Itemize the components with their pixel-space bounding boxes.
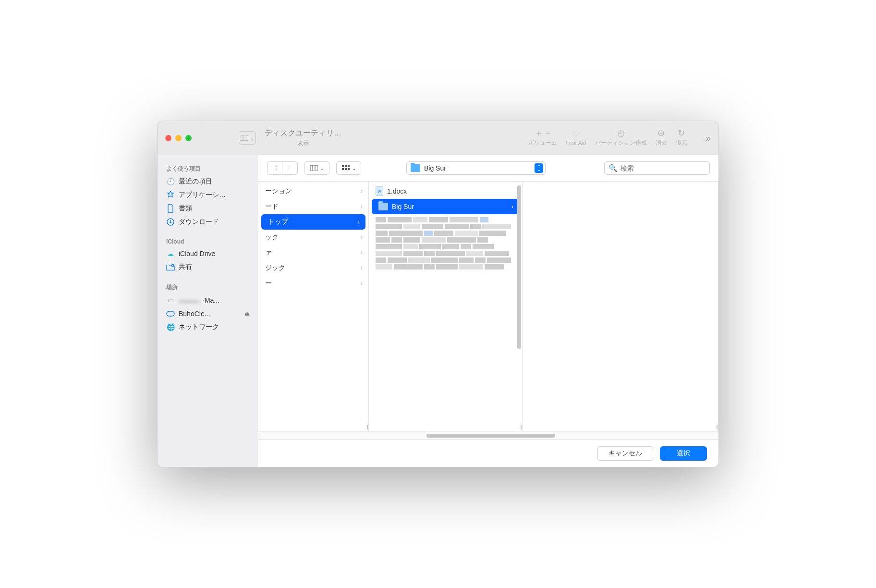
columns-icon [310, 165, 318, 171]
toolbar-volume[interactable]: ＋ −ボリューム [528, 129, 557, 147]
column-resize-handle[interactable]: || [520, 424, 521, 429]
chevron-right-icon: › [361, 265, 363, 271]
svg-rect-10 [348, 165, 350, 167]
sidebar-toggle-button[interactable]: ⌄ [239, 131, 256, 145]
sidebar-item-applications[interactable]: アプリケーシ… [160, 188, 256, 202]
chevron-right-icon: › [361, 188, 363, 195]
nav-back-button[interactable]: 〈 [267, 161, 282, 175]
sidebar-item-recents[interactable]: 🕘最近の項目 [160, 175, 256, 188]
chevron-right-icon: › [361, 234, 363, 241]
svg-rect-11 [342, 168, 344, 170]
dialog-toolbar: 〈 〉 ⌄ ⌄ Big Sur ⌃⌄ 🔍 [258, 155, 718, 181]
sidebar-header-locations: 場所 [160, 281, 256, 294]
toolbar-overflow[interactable]: » [706, 133, 711, 144]
toolbar-erase[interactable]: ⊝消去 [656, 129, 667, 147]
list-item[interactable]: ー› [258, 276, 368, 291]
grid-icon [342, 165, 350, 171]
column-resize-handle[interactable]: || [716, 424, 717, 429]
docx-icon: w [376, 186, 383, 196]
toolbar-first-aid[interactable]: ♡First Aid [566, 130, 586, 147]
view-mode-button[interactable]: ⌄ [304, 161, 329, 175]
list-item-selected[interactable]: Big Sur› [372, 199, 519, 214]
sidebar-header-favorites: よく使う項目 [160, 162, 256, 175]
search-input[interactable] [620, 164, 706, 172]
computer-icon: ▭ [166, 296, 175, 305]
svg-rect-5 [310, 165, 318, 171]
disk-icon [166, 309, 175, 318]
chevron-down-icon: ⌄ [352, 166, 356, 171]
clock-icon: 🕘 [166, 177, 175, 186]
location-popup[interactable]: Big Sur ⌃⌄ [406, 161, 546, 175]
apps-icon [166, 191, 175, 199]
svg-point-3 [171, 264, 174, 267]
list-item[interactable]: ァ› [258, 245, 368, 260]
svg-rect-4 [167, 311, 174, 316]
open-panel: よく使う項目 🕘最近の項目 アプリケーシ… 書類 ダウンロード iCloud ☁… [157, 155, 719, 467]
close-window-button[interactable] [165, 135, 171, 141]
horizontal-scrollbar-thumb[interactable] [426, 434, 555, 438]
choose-button[interactable]: 選択 [660, 446, 707, 461]
group-by-button[interactable]: ⌄ [336, 161, 361, 175]
svg-rect-13 [348, 168, 350, 170]
sidebar-header-icloud: iCloud [160, 235, 256, 247]
sidebar-item-shared[interactable]: 共有 [160, 260, 256, 274]
popup-stepper-icon: ⌃⌄ [535, 163, 543, 173]
chevron-right-icon: › [361, 280, 363, 287]
minimize-window-button[interactable] [175, 135, 182, 141]
folder-icon [411, 164, 420, 172]
sidebar-item-icloud-drive[interactable]: ☁︎iCloud Drive [160, 247, 256, 260]
window-controls [165, 135, 192, 141]
cancel-button[interactable]: キャンセル [597, 446, 653, 461]
horizontal-scrollbar-track[interactable] [258, 431, 718, 439]
list-item[interactable]: ジック› [258, 260, 368, 276]
cloud-icon: ☁︎ [166, 249, 175, 258]
sidebar-icon [241, 135, 248, 141]
sidebar-item-documents[interactable]: 書類 [160, 202, 256, 215]
svg-rect-0 [241, 135, 248, 141]
column-resize-handle[interactable]: || [366, 424, 367, 429]
list-item-file[interactable]: w1.docx [369, 184, 522, 199]
zoom-window-button[interactable] [185, 135, 192, 141]
download-icon [166, 218, 175, 226]
sidebar-item-disk-image[interactable]: BuhoCle...⏏ [160, 307, 256, 320]
sidebar-item-network[interactable]: 🌐ネットワーク [160, 320, 256, 334]
sidebar: よく使う項目 🕘最近の項目 アプリケーシ… 書類 ダウンロード iCloud ☁… [158, 155, 258, 467]
search-icon: 🔍 [608, 164, 618, 172]
folder-icon [378, 203, 388, 210]
chevron-right-icon: › [361, 249, 363, 256]
eject-icon[interactable]: ⏏ [244, 310, 250, 317]
chevron-left-icon: 〈 [271, 164, 278, 172]
list-item[interactable]: ーション› [258, 184, 368, 199]
svg-rect-9 [345, 165, 347, 167]
shared-folder-icon [166, 263, 175, 271]
globe-icon: 🌐 [166, 323, 175, 331]
list-item[interactable]: ード› [258, 199, 368, 214]
chevron-right-icon: › [361, 203, 363, 210]
app-title-wrap: ディスクユーティリ… 表示 [265, 128, 341, 147]
document-icon [166, 204, 175, 213]
column-scrollbar[interactable] [517, 185, 521, 349]
toolbar-partition[interactable]: ◴パーティション作成 [595, 129, 647, 147]
column-1[interactable]: ーション› ード› トップ› ック› ァ› ジック› ー› || [258, 182, 369, 431]
column-3[interactable]: || [523, 182, 718, 431]
parent-window-titlebar: ⌄ ディスクユーティリ… 表示 ＋ −ボリューム ♡First Aid ◴パーテ… [157, 121, 719, 155]
svg-rect-12 [345, 168, 347, 170]
app-title: ディスクユーティリ… [265, 128, 341, 138]
column-browser: ーション› ード› トップ› ック› ァ› ジック› ー› || w1.docx… [258, 181, 718, 431]
chevron-right-icon: › [511, 203, 513, 210]
dialog-footer: キャンセル 選択 [258, 439, 718, 467]
search-field[interactable]: 🔍 [604, 161, 710, 175]
chevron-right-icon: 〉 [287, 164, 293, 172]
toolbar-restore[interactable]: ↻復元 [676, 129, 687, 147]
chevron-down-icon: ⌄ [320, 166, 324, 171]
chevron-right-icon: › [358, 219, 360, 225]
sidebar-item-mac[interactable]: ▭▬▬▬·Ma... [160, 294, 256, 307]
list-item[interactable]: ック› [258, 230, 368, 245]
redacted-items [369, 217, 522, 270]
column-2[interactable]: w1.docx Big Sur› [369, 182, 523, 431]
list-item-selected[interactable]: トップ› [261, 214, 365, 230]
nav-forward-button[interactable]: 〉 [282, 161, 298, 175]
svg-rect-8 [342, 165, 344, 167]
sidebar-item-downloads[interactable]: ダウンロード [160, 215, 256, 229]
